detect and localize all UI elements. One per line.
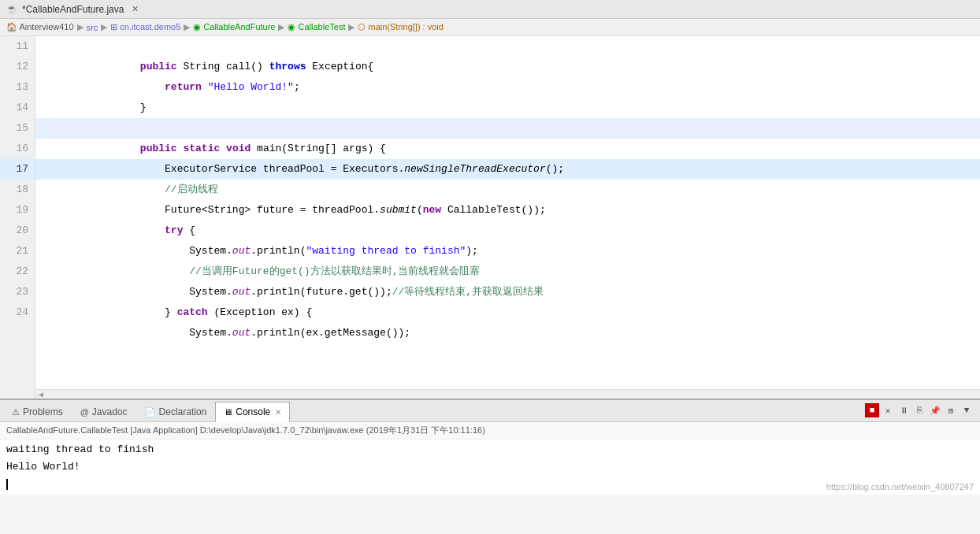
clear-button[interactable]: ✕ [881,403,895,417]
pin-button[interactable]: 📌 [928,403,942,417]
tab-javadoc-label: Javadoc [92,406,128,417]
breadcrumb: 🏠 Ainterview410 ▶ src ▶ ⊞ cn.itcast.demo… [0,19,980,36]
line-num-24: 24 [0,302,35,323]
tab-close-button[interactable]: ✕ [132,4,139,14]
title-bar: ☕ *CallableAndFuture.java ✕ [0,0,980,19]
scroll-lock-button[interactable]: ⏸ [896,403,911,417]
breadcrumb-package[interactable]: ⊞ cn.itcast.demo5 [110,22,180,32]
breadcrumb-src[interactable]: src [87,23,98,32]
bottom-tab-bar: ⚠ Problems @ Javadoc 📄 Declaration 🖥 Con… [0,400,980,422]
code-line-15: public static void main(String[] args) { [35,118,980,139]
line-num-16: 16 [0,139,35,159]
console-line-2: Hello World! [6,458,974,476]
line-num-13: 13 [0,77,35,98]
console-toolbar: ■ ✕ ⏸ ⎘ 📌 ⊞ ▼ [865,403,974,417]
line-num-18: 18 [0,180,35,200]
copy-output-button[interactable]: ⎘ [912,403,926,417]
tab-problems[interactable]: ⚠ Problems [3,402,72,422]
line-numbers: 11 12 13 14 15 16 17 18 19 20 21 22 23 2… [0,36,35,399]
console-output-area: waiting thread to finish Hello World! ht… [0,439,980,495]
line-num-20: 20 [0,221,35,241]
tab-declaration-label: Declaration [159,406,207,417]
tab-console[interactable]: 🖥 Console ✕ [215,402,290,422]
console-cursor [6,479,8,490]
console-path-info: CallableAndFuture.CallableTest [Java App… [0,422,980,439]
line-num-11: 11 [0,36,35,57]
line-num-21: 21 [0,241,35,261]
console-tab-close[interactable]: ✕ [275,408,281,417]
javadoc-icon: @ [80,407,89,417]
console-line-1: waiting thread to finish [6,441,974,458]
code-content[interactable]: public String call() throws Exception{ r… [35,36,980,399]
console-output-2: Hello World! [6,461,80,473]
scroll-left-icon[interactable]: ◀ [39,390,43,399]
code-line-14 [35,98,980,118]
breadcrumb-callabletest[interactable]: ◉ CallableTest [288,22,345,32]
console-icon: 🖥 [224,407,232,417]
line-num-15: 15 [0,118,35,139]
watermark: https://blog.csdn.net/weixin_40807247 [826,482,974,491]
tab-console-label: Console [236,406,270,417]
stop-button[interactable]: ■ [865,403,879,417]
tab-declaration[interactable]: 📄 Declaration [136,402,216,422]
line-num-22: 22 [0,261,35,282]
breadcrumb-main[interactable]: ⬡ main(String[]) : void [358,22,443,32]
declaration-icon: 📄 [145,407,156,417]
horizontal-scrollbar[interactable]: ◀ [35,389,980,399]
bottom-panel: ⚠ Problems @ Javadoc 📄 Declaration 🖥 Con… [0,399,980,534]
console-output-1: waiting thread to finish [6,443,154,455]
line-num-12: 12 [0,57,35,77]
tab-problems-label: Problems [23,406,63,417]
line-num-19: 19 [0,200,35,221]
code-line-11: public String call() throws Exception{ [35,36,980,57]
view-button[interactable]: ⊞ [944,403,958,417]
problems-icon: ⚠ [12,407,20,417]
console-path-text: CallableAndFuture.CallableTest [Java App… [6,425,485,435]
code-editor[interactable]: 11 12 13 14 15 16 17 18 19 20 21 22 23 2… [0,36,980,399]
line-num-17: 17 [0,159,35,180]
breadcrumb-callable[interactable]: ◉ CallableAndFuture [193,22,275,32]
settings-button[interactable]: ▼ [960,403,974,417]
file-tab-icon: ☕ [6,4,17,14]
line-num-14: 14 [0,98,35,118]
line-num-23: 23 [0,282,35,302]
file-tab-title[interactable]: *CallableAndFuture.java [22,4,124,15]
breadcrumb-project[interactable]: 🏠 Ainterview410 [6,22,74,32]
tab-javadoc[interactable]: @ Javadoc [72,402,136,422]
